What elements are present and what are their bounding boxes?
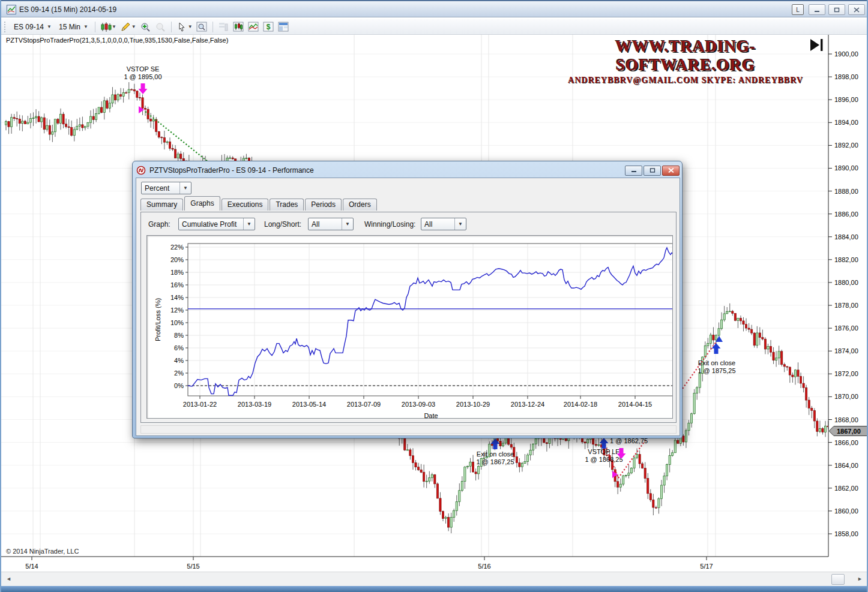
close-button[interactable] — [848, 4, 865, 15]
display-unit-combo[interactable]: Percent▼ — [141, 182, 191, 194]
toolbar-grip[interactable] — [4, 22, 7, 32]
instrument-selector[interactable]: ES 09-14▼ — [10, 22, 55, 32]
candle-body — [54, 119, 56, 132]
candle-body — [710, 335, 711, 343]
zoom-out-icon — [155, 22, 166, 32]
chart-analyzer-button[interactable] — [231, 21, 246, 33]
candle-body — [713, 335, 714, 339]
longshort-combo[interactable]: All▼ — [308, 218, 354, 230]
time-tick-label: 5/17 — [700, 563, 713, 570]
candle-body — [112, 95, 113, 103]
tab-orders[interactable]: Orders — [343, 199, 377, 211]
price-tick-label: 1882,00 — [834, 256, 858, 263]
candle-body — [95, 114, 97, 120]
tab-summary[interactable]: Summary — [140, 199, 183, 211]
scroll-right-icon[interactable]: ► — [857, 576, 863, 582]
candle-body — [232, 158, 234, 159]
chart-style-button[interactable]: ▼ — [98, 21, 118, 33]
candle-body — [674, 440, 676, 453]
candle-body — [92, 116, 94, 120]
candle-body — [617, 482, 619, 487]
data-box-button[interactable] — [194, 21, 209, 33]
candle-body — [699, 374, 701, 387]
candle-body — [519, 462, 520, 467]
candle-body — [822, 428, 824, 432]
account-dollar-button[interactable]: $ — [261, 21, 276, 33]
price-tick-label: 1870,00 — [834, 393, 858, 400]
candle-body — [732, 311, 734, 314]
winlose-combo[interactable]: All▼ — [421, 218, 466, 230]
x-tick-label: 2013-07-09 — [347, 401, 381, 408]
price-tick-label: 1884,00 — [834, 233, 858, 241]
market-analyzer-icon — [218, 22, 229, 32]
drawing-tools-icon — [120, 22, 131, 32]
tab-graphs[interactable]: Graphs — [184, 196, 220, 211]
x-tick-label: 2013-01-22 — [183, 401, 217, 408]
candle-body — [642, 464, 643, 468]
trade-arrow-up-icon — [712, 343, 721, 354]
dialog-close-button[interactable] — [662, 166, 680, 176]
candle-body — [166, 142, 168, 142]
market-analyzer-button[interactable] — [216, 21, 231, 33]
minimize-button[interactable] — [809, 4, 825, 15]
candle-body — [59, 114, 61, 123]
chart-analyzer-icon — [233, 22, 244, 32]
scroll-left-icon[interactable]: ◄ — [6, 576, 11, 582]
zoom-out-button[interactable] — [153, 21, 168, 33]
trade-annotation: 1 @ 1895,00 — [124, 73, 161, 80]
candle-body — [150, 119, 152, 121]
candle-body — [587, 439, 589, 443]
dialog-restore-button[interactable] — [643, 166, 661, 176]
candle-body — [436, 484, 438, 498]
longshort-label: Long/Short: — [264, 220, 301, 229]
candle-body — [49, 125, 50, 134]
profit-graph-box: 22%20%18%16%14%12%10%8%6%4%2%0%2013-01-2… — [146, 235, 673, 419]
play-to-end-icon[interactable] — [809, 38, 825, 52]
candle-body — [29, 119, 31, 123]
restore-button[interactable] — [828, 4, 845, 15]
candle-body — [177, 154, 179, 158]
candle-body — [87, 122, 89, 126]
candle-body — [131, 89, 133, 90]
cumulative-profit-chart[interactable]: 22%20%18%16%14%12%10%8%6%4%2%0%2013-01-2… — [147, 236, 672, 418]
trade-annotation: 1 @ 1868,25 — [585, 456, 622, 463]
drawing-tools-button[interactable]: ▼ — [118, 21, 138, 33]
dialog-minimize-button[interactable] — [625, 166, 642, 176]
dialog-titlebar[interactable]: PZTVStopsProTraderPro - ES 09-14 - Perfo… — [136, 164, 680, 177]
tab-trades[interactable]: Trades — [270, 199, 304, 211]
candle-body — [423, 472, 425, 481]
candle-body — [516, 456, 517, 462]
price-tick-label: 1868,00 — [834, 416, 858, 423]
graph-type-combo[interactable]: Cumulative Profit▼ — [178, 218, 255, 230]
chart-trader-button[interactable] — [276, 21, 291, 33]
candle-body — [794, 370, 796, 377]
cursor-button[interactable]: ▼ — [175, 21, 194, 33]
window-titlebar: ES 09-14 (15 Min) 2014-05-19 L — [1, 0, 868, 17]
zoom-in-button[interactable] — [138, 21, 153, 33]
x-tick-label: 2013-10-29 — [456, 401, 490, 408]
candle-body — [808, 400, 810, 408]
strategy-plot-icon — [248, 22, 259, 32]
strategy-plot-button[interactable] — [246, 21, 261, 33]
candle-body — [776, 358, 777, 360]
y-tick-label: 14% — [170, 294, 184, 301]
tab-periods[interactable]: Periods — [305, 199, 342, 211]
dialog-tab-strip: SummaryGraphsExecutionsTradesPeriodsOrde… — [140, 198, 378, 211]
candle-body — [144, 108, 146, 109]
candle-body — [753, 333, 755, 345]
candle-body — [715, 335, 717, 340]
candle-body — [532, 444, 534, 450]
scrollbar-thumb[interactable] — [831, 574, 845, 585]
price-tick-label: 1892,00 — [834, 142, 858, 149]
candle-body — [57, 119, 59, 124]
candle-body — [43, 118, 45, 130]
tab-executions[interactable]: Executions — [222, 199, 269, 211]
dialog-status-strip — [140, 425, 677, 434]
lock-button[interactable]: L — [792, 4, 804, 15]
candle-body — [630, 468, 632, 473]
candle-body — [726, 311, 728, 314]
candle-body — [109, 103, 110, 108]
candle-body — [415, 462, 417, 467]
chevron-down-icon: ▼ — [342, 218, 350, 230]
interval-selector[interactable]: 15 Min▼ — [55, 22, 92, 32]
